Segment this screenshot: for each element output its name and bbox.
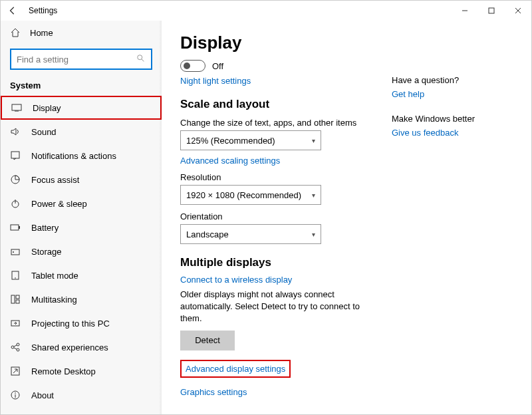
sidebar-home[interactable]: Home bbox=[1, 21, 162, 45]
sidebar-item-battery[interactable]: Battery bbox=[1, 215, 162, 239]
svg-point-17 bbox=[15, 277, 16, 279]
nav-label: Battery bbox=[31, 223, 59, 233]
maximize-button[interactable] bbox=[478, 1, 505, 21]
question-heading: Have a question? bbox=[392, 75, 518, 85]
advanced-scaling-link[interactable]: Advanced scaling settings bbox=[180, 156, 378, 166]
projecting-icon bbox=[10, 318, 21, 329]
sidebar-item-sound[interactable]: Sound bbox=[1, 120, 162, 144]
sidebar-item-notifications[interactable]: Notifications & actions bbox=[1, 144, 162, 168]
give-feedback-link[interactable]: Give us feedback bbox=[392, 128, 518, 138]
nav-label: Multitasking bbox=[31, 295, 77, 305]
svg-rect-6 bbox=[12, 104, 21, 110]
feedback-heading: Make Windows better bbox=[392, 114, 518, 124]
sidebar-item-about[interactable]: About bbox=[1, 383, 162, 407]
scale-select[interactable]: 125% (Recommended) ▾ bbox=[180, 130, 321, 150]
older-displays-text: Older displays might not always connect … bbox=[180, 289, 378, 325]
tablet-icon bbox=[10, 270, 21, 281]
multiple-displays-heading: Multiple displays bbox=[180, 256, 378, 269]
sound-icon bbox=[10, 126, 21, 137]
get-help-link[interactable]: Get help bbox=[392, 89, 518, 99]
svg-rect-8 bbox=[11, 152, 19, 158]
sidebar-item-remote[interactable]: Remote Desktop bbox=[1, 359, 162, 383]
detect-button[interactable]: Detect bbox=[180, 331, 235, 350]
display-icon bbox=[11, 102, 22, 113]
minimize-button[interactable] bbox=[452, 1, 478, 21]
nav-label: Sound bbox=[31, 127, 57, 137]
sidebar-item-storage[interactable]: Storage bbox=[1, 239, 162, 263]
page-title: Display bbox=[180, 33, 378, 53]
multitask-icon bbox=[10, 294, 21, 305]
shared-icon bbox=[10, 342, 21, 352]
search-icon bbox=[136, 54, 146, 65]
chevron-down-icon: ▾ bbox=[312, 231, 315, 238]
svg-line-5 bbox=[142, 59, 144, 61]
notifications-icon bbox=[10, 150, 21, 161]
resolution-value: 1920 × 1080 (Recommended) bbox=[186, 190, 301, 200]
sidebar-item-multitasking[interactable]: Multitasking bbox=[1, 287, 162, 311]
nav-label: Shared experiences bbox=[31, 343, 108, 352]
nav-label: Display bbox=[33, 103, 61, 113]
search-input[interactable] bbox=[17, 55, 136, 65]
svg-rect-19 bbox=[16, 295, 19, 299]
close-button[interactable] bbox=[505, 1, 531, 21]
orientation-value: Landscape bbox=[186, 229, 229, 239]
orientation-label: Orientation bbox=[180, 211, 378, 221]
svg-rect-12 bbox=[11, 225, 19, 230]
resolution-select[interactable]: 1920 × 1080 (Recommended) ▾ bbox=[180, 185, 321, 205]
sidebar-item-focus-assist[interactable]: Focus assist bbox=[1, 168, 162, 192]
settings-window: Settings Home System Display bbox=[0, 0, 532, 415]
sidebar-section-label: System bbox=[1, 76, 162, 96]
toggle-state: Off bbox=[212, 61, 223, 71]
svg-rect-14 bbox=[11, 249, 19, 255]
night-light-toggle[interactable] bbox=[180, 60, 205, 72]
svg-point-15 bbox=[13, 251, 14, 253]
scale-value: 125% (Recommended) bbox=[186, 136, 275, 146]
orientation-select[interactable]: Landscape ▾ bbox=[180, 224, 321, 244]
night-light-settings-link[interactable]: Night light settings bbox=[180, 76, 378, 86]
window-controls bbox=[452, 1, 531, 21]
sidebar-item-tablet[interactable]: Tablet mode bbox=[1, 263, 162, 287]
svg-rect-20 bbox=[16, 300, 19, 303]
svg-point-23 bbox=[17, 343, 19, 346]
scale-label: Change the size of text, apps, and other… bbox=[180, 118, 378, 128]
advanced-display-settings-link[interactable]: Advanced display settings bbox=[186, 364, 285, 374]
svg-rect-13 bbox=[19, 226, 20, 229]
power-icon bbox=[10, 198, 21, 209]
sidebar: Home System Display Sound Notifications … bbox=[1, 21, 162, 414]
sidebar-item-display[interactable]: Display bbox=[1, 96, 162, 120]
nav-label: Focus assist bbox=[31, 175, 79, 185]
nav-label: Storage bbox=[31, 247, 62, 257]
nav-label: Remote Desktop bbox=[31, 366, 96, 376]
svg-point-22 bbox=[11, 346, 14, 348]
sidebar-item-projecting[interactable]: Projecting to this PC bbox=[1, 311, 162, 335]
chevron-down-icon: ▾ bbox=[312, 137, 315, 144]
wireless-display-link[interactable]: Connect to a wireless display bbox=[180, 275, 378, 285]
svg-rect-1 bbox=[489, 8, 494, 13]
chevron-down-icon: ▾ bbox=[312, 192, 315, 199]
graphics-settings-link[interactable]: Graphics settings bbox=[180, 387, 378, 397]
nav-label: Notifications & actions bbox=[31, 151, 116, 161]
resolution-label: Resolution bbox=[180, 172, 378, 182]
storage-icon bbox=[10, 246, 21, 257]
content-area: Display Off Night light settings Scale a… bbox=[162, 21, 531, 414]
svg-rect-18 bbox=[11, 295, 15, 303]
window-title: Settings bbox=[29, 6, 57, 15]
nav-label: Power & sleep bbox=[31, 199, 87, 209]
battery-icon bbox=[10, 222, 21, 233]
svg-point-4 bbox=[138, 55, 142, 59]
about-icon bbox=[10, 390, 21, 400]
home-label: Home bbox=[30, 28, 53, 38]
svg-line-26 bbox=[14, 348, 17, 349]
home-icon bbox=[10, 27, 21, 38]
nav-label: About bbox=[31, 390, 54, 400]
svg-line-25 bbox=[14, 345, 17, 346]
nav-label: Tablet mode bbox=[31, 271, 78, 281]
back-icon[interactable] bbox=[7, 5, 18, 16]
search-field[interactable] bbox=[10, 49, 152, 70]
titlebar: Settings bbox=[1, 1, 531, 21]
svg-point-30 bbox=[15, 392, 16, 394]
focus-icon bbox=[10, 174, 21, 185]
sidebar-item-shared[interactable]: Shared experiences bbox=[1, 335, 162, 359]
sidebar-item-power[interactable]: Power & sleep bbox=[1, 192, 162, 215]
help-sidebar: Have a question? Get help Make Windows b… bbox=[392, 33, 518, 408]
